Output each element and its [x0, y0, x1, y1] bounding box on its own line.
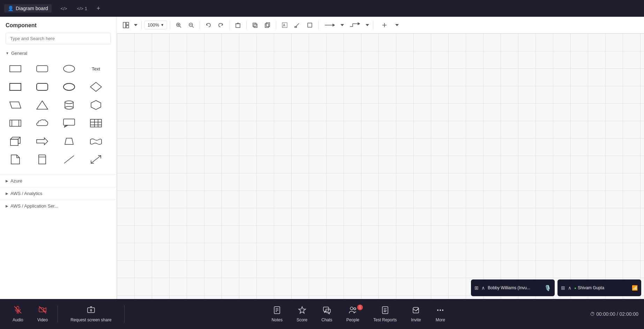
shape-ellipse-bold[interactable]	[59, 79, 79, 95]
shape-rect-bold[interactable]	[6, 79, 25, 95]
add-tab-button[interactable]: +	[93, 3, 103, 13]
shape-diagonal-line[interactable]	[59, 151, 79, 167]
shape-parallelogram[interactable]	[6, 97, 25, 113]
svg-rect-3	[10, 83, 21, 90]
svg-point-86	[440, 309, 441, 311]
add-element-button[interactable]	[376, 20, 393, 31]
svg-point-80	[354, 308, 356, 310]
svg-marker-56	[333, 24, 335, 26]
shape-bidirectional-arrow[interactable]	[86, 151, 106, 167]
svg-rect-17	[63, 119, 75, 125]
search-input[interactable]	[6, 33, 111, 44]
shape-wave[interactable]	[86, 133, 106, 149]
shape-diamond[interactable]	[86, 79, 106, 95]
audio-label: Audio	[13, 317, 23, 322]
expand-icon-shivam[interactable]: ⊞	[561, 285, 565, 291]
stroke-color-button[interactable]	[292, 20, 303, 31]
more-button[interactable]: More	[428, 303, 452, 325]
add-arrow-button[interactable]	[394, 20, 400, 31]
border-style-button[interactable]	[304, 20, 315, 31]
undo-button[interactable]	[203, 20, 214, 31]
connection-style-button[interactable]	[321, 20, 338, 31]
tab-code1[interactable]: </>	[57, 5, 71, 13]
diagram-board-tab[interactable]: 👤 Diagram board	[4, 4, 52, 13]
section-aws-app[interactable]: ▶ AWS / Application Ser...	[0, 201, 117, 211]
svg-marker-28	[65, 138, 73, 144]
diagram-icon: 👤	[8, 6, 14, 11]
svg-rect-43	[236, 24, 240, 28]
invite-button[interactable]: Invite	[404, 303, 428, 325]
people-button[interactable]: 1 People	[339, 303, 366, 325]
svg-rect-14	[10, 120, 21, 126]
people-badge: 1	[357, 305, 363, 310]
video-label: Video	[37, 317, 48, 322]
video-button[interactable]: Video	[30, 303, 55, 325]
shape-ellipse[interactable]	[59, 61, 79, 77]
connection-arrow-button[interactable]	[339, 20, 345, 31]
shape-trapezoid[interactable]	[59, 133, 79, 149]
collapse-icon-shivam[interactable]: ∧	[568, 285, 571, 291]
svg-rect-24	[10, 139, 18, 145]
layout-arrow-button[interactable]	[133, 20, 138, 31]
invite-label: Invite	[411, 317, 421, 322]
svg-rect-54	[308, 23, 312, 27]
shape-cylinder[interactable]	[59, 97, 79, 113]
shape-process[interactable]	[6, 115, 25, 131]
test-reports-label: Test Reports	[373, 317, 397, 322]
canvas[interactable]: ⊞ ∧ Bobby Williams (Invu... 🎙️ ⊞ ∧ ● Shi…	[117, 33, 644, 299]
screenshare-button[interactable]: Request screen share	[61, 303, 121, 325]
zoom-in-button[interactable]	[173, 20, 184, 31]
notes-button[interactable]: Notes	[265, 303, 290, 325]
sidebar-divider-1	[0, 174, 117, 175]
zoom-out-button[interactable]	[186, 20, 197, 31]
chevron-right-icon: ▶	[6, 179, 8, 183]
svg-marker-76	[299, 307, 306, 313]
copy-button[interactable]	[249, 20, 261, 31]
tab-code2[interactable]: </> 1	[73, 5, 91, 13]
layout-toggle-button[interactable]	[120, 20, 132, 31]
svg-marker-25	[10, 137, 20, 143]
shape-file-folded[interactable]	[32, 151, 52, 167]
toolbar-sep-7	[318, 21, 319, 29]
shape-rectangle-rounded[interactable]	[32, 61, 52, 77]
sidebar: Component ▼ General Text	[0, 17, 117, 299]
audio-button[interactable]: Audio	[6, 303, 30, 325]
canvas-wrapper: 100% ▼	[117, 17, 644, 299]
test-reports-button[interactable]: Test Reports	[366, 303, 404, 325]
shape-callout[interactable]	[59, 115, 79, 131]
expand-icon-bobby[interactable]: ⊞	[474, 285, 479, 291]
shape-rect-rounded-bold[interactable]	[32, 79, 52, 95]
section-azure[interactable]: ▶ Azure	[0, 176, 117, 186]
toolbar-sep-5	[246, 21, 247, 29]
screenshare-icon	[87, 306, 95, 315]
elbow-arrow-button[interactable]	[365, 20, 370, 31]
shape-arrow-right[interactable]	[32, 133, 52, 149]
svg-marker-57	[340, 24, 344, 26]
shape-cube[interactable]	[6, 133, 25, 149]
section-aws-analytics[interactable]: ▶ AWS / Analytics	[0, 189, 117, 198]
shape-file[interactable]	[6, 151, 25, 167]
zoom-control[interactable]: 100% ▼	[144, 21, 167, 29]
shape-table[interactable]	[86, 115, 106, 131]
svg-rect-78	[326, 309, 330, 313]
shape-hexagon[interactable]	[86, 97, 106, 113]
shape-text[interactable]: Text	[86, 61, 106, 77]
shape-cloud[interactable]	[32, 115, 52, 131]
svg-marker-35	[134, 24, 137, 26]
redo-button[interactable]	[215, 20, 226, 31]
svg-line-84	[416, 308, 419, 311]
chats-button[interactable]: Chats	[314, 303, 339, 325]
video-overlays: ⊞ ∧ Bobby Williams (Invu... 🎙️ ⊞ ∧ ● Shi…	[471, 279, 641, 296]
svg-marker-7	[10, 102, 21, 108]
toolbar: 100% ▼	[117, 17, 644, 33]
score-button[interactable]: Score	[290, 303, 314, 325]
chevron-down-icon: ▼	[6, 51, 9, 55]
shape-rectangle-thin[interactable]	[6, 61, 25, 77]
collapse-icon-bobby[interactable]: ∧	[481, 285, 485, 291]
delete-button[interactable]	[232, 20, 244, 31]
elbow-button[interactable]	[346, 20, 363, 31]
fill-button[interactable]: A	[279, 20, 290, 31]
paste-button[interactable]	[262, 20, 273, 31]
shape-triangle[interactable]	[32, 97, 52, 113]
section-general[interactable]: ▼ General	[0, 48, 117, 58]
